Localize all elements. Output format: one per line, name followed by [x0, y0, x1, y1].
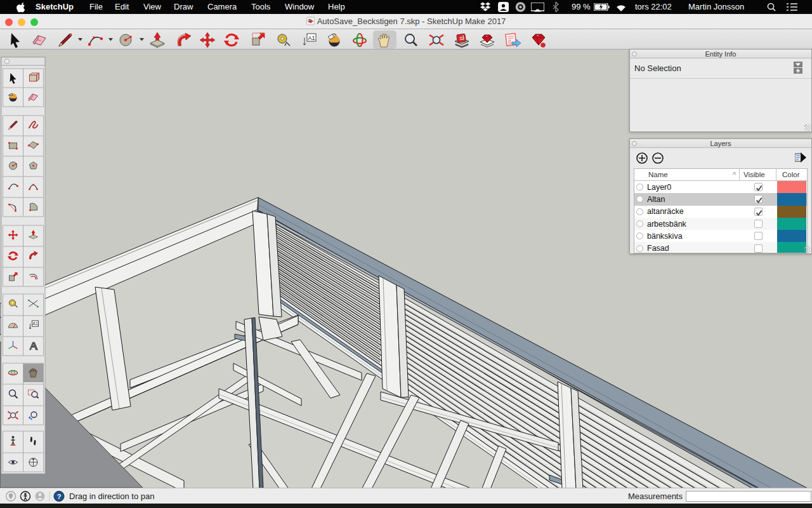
svg-text:A1: A1 [308, 35, 315, 41]
svg-text:INK: INK [37, 39, 42, 42]
svg-text:?: ? [57, 493, 62, 500]
